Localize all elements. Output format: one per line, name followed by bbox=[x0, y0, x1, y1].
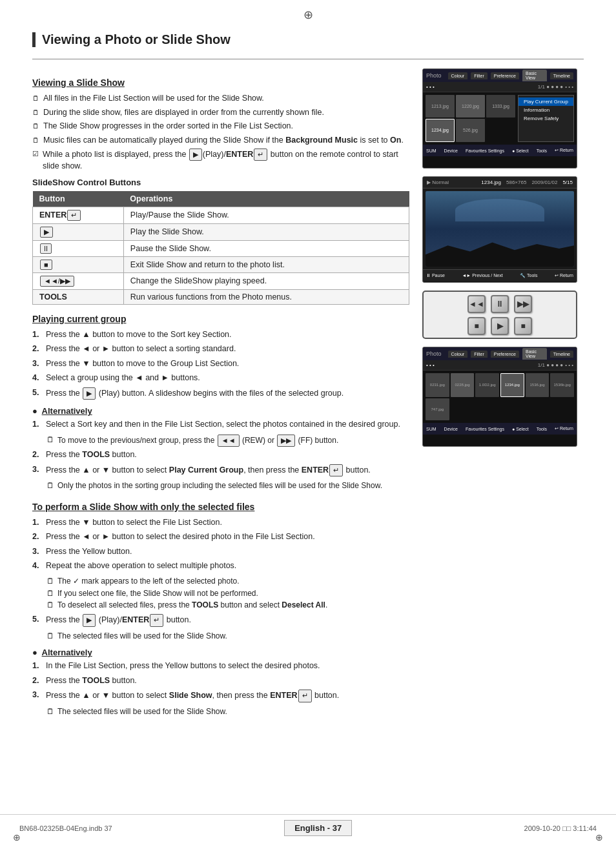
note-text: Music files can be automatically played … bbox=[43, 135, 404, 147]
note-text: The Slide Show progresses in the order s… bbox=[43, 121, 293, 132]
photo-thumb: 1213.jpg bbox=[426, 95, 455, 118]
table-row: ■ Exit Slide Show and return to the phot… bbox=[33, 256, 409, 272]
sc1-tab-filter: Filter bbox=[471, 72, 488, 79]
list-item: 2. Press the TOOLS button. bbox=[32, 675, 409, 687]
page: ⊕ Viewing a Photo or Slide Show Viewing … bbox=[0, 0, 616, 849]
sc2-date: 2009/01/02 bbox=[531, 179, 557, 185]
play-btn[interactable]: ▶ bbox=[491, 317, 509, 335]
list-item: 1. Select a Sort key and then in the Fil… bbox=[32, 419, 409, 431]
list-item: 5. Press the ▶ (Play) button. A slidesho… bbox=[32, 387, 409, 400]
table-cell-button: ◄◄/▶▶ bbox=[33, 272, 124, 289]
note-text: While a photo list is displayed, press t… bbox=[43, 148, 409, 172]
sub-note-2: 🗒 Only the photos in the sorting group i… bbox=[46, 480, 409, 491]
sc2-footer: ⏸ Pause ◄► Previous / Next 🔧 Tools ↩ Ret… bbox=[423, 269, 577, 281]
photo-thumb: 1536.jpg bbox=[526, 373, 549, 397]
table-cell-operation: Exit Slide Show and return to the photo … bbox=[123, 256, 409, 272]
sc2-footer-nav: ◄► Previous / Next bbox=[462, 273, 502, 278]
sub-note-3: 🗒 The ✓ mark appears to the left of the … bbox=[46, 576, 409, 587]
sc3-footer-device: Device bbox=[444, 427, 458, 431]
list-item: ☑ While a photo list is displayed, press… bbox=[32, 148, 409, 172]
alt-steps-2: 1. In the File List Section, press the Y… bbox=[32, 660, 409, 702]
sc2-footer-tools: 🔧 Tools bbox=[520, 273, 537, 278]
photo-thumb: 526.jpg bbox=[456, 119, 485, 143]
section-title: Viewing a Photo or Slide Show bbox=[32, 32, 584, 47]
left-column: Viewing a Slide Show 🗒 All files in the … bbox=[32, 68, 409, 717]
photo-thumb-selected: 1234.jpg bbox=[500, 373, 524, 397]
sc3-footer-select: ● Select bbox=[512, 427, 529, 431]
sc1-menu-info: Information bbox=[518, 106, 573, 114]
note-text: During the slide show, files are display… bbox=[43, 107, 324, 119]
sub-note-5: 🗒 To deselect all selected files, press … bbox=[46, 600, 409, 611]
note-icon: 🗒 bbox=[46, 600, 54, 611]
photo-thumb-selected: 1234.jpg bbox=[426, 119, 455, 143]
rewind-btn[interactable]: ◄◄ bbox=[467, 295, 486, 313]
sub-note-4: 🗒 If you select one file, the Slide Show… bbox=[46, 588, 409, 599]
table-cell-operation: Play the Slide Show. bbox=[123, 223, 409, 240]
extra-btn[interactable]: ■ bbox=[514, 317, 532, 335]
sc1-footer-select: ● Select bbox=[512, 148, 529, 153]
note-icon: 🗒 bbox=[32, 136, 39, 145]
stop-btn[interactable]: ■ bbox=[467, 317, 486, 335]
photo-thumb: 0228.jpg bbox=[451, 373, 475, 397]
alt-steps-list-2: 2. Press the TOOLS button. 3. Press the … bbox=[32, 449, 409, 476]
right-column: Photo Colour Filter Preference Basic Vie… bbox=[422, 68, 584, 717]
table-row: ENTER↵ Play/Pause the Slide Show. bbox=[33, 207, 409, 223]
list-item: 4. Repeat the above operation to select … bbox=[32, 560, 409, 572]
table-row: TOOLS Run various functions from the Pho… bbox=[33, 289, 409, 304]
crosshair-bottom-right-icon: ⊕ bbox=[595, 832, 603, 843]
sc1-context-menu: Play Current Group Information Remove Sa… bbox=[518, 95, 574, 142]
table-row: ▶ Play the Slide Show. bbox=[33, 223, 409, 240]
sc3-tab-filter: Filter bbox=[471, 351, 488, 358]
sc1-count: 1/1 ● ● ● ● bbox=[538, 84, 563, 90]
sc3-dots: • • • bbox=[426, 362, 435, 368]
pause-btn[interactable]: II bbox=[491, 295, 509, 313]
sc3-footer-return: ↩ Return bbox=[555, 426, 573, 431]
table-cell-button: ■ bbox=[33, 256, 124, 272]
screenshot-3: Photo Colour Filter Preference Basic Vie… bbox=[422, 347, 577, 447]
sc2-filename: 1234.jpg bbox=[481, 179, 501, 185]
footer-left: BN68-02325B-04Eng.indb 37 bbox=[19, 824, 112, 832]
sc1-menu-play: Play Current Group bbox=[518, 97, 573, 106]
selected-files-steps: 1. Press the ▼ button to select the File… bbox=[32, 517, 409, 572]
sc3-tab-preference: Preference bbox=[491, 351, 519, 358]
sc3-dots2: • • • bbox=[565, 362, 573, 368]
playing-current-group-heading: Playing current group bbox=[32, 314, 409, 324]
note-icon: 🗒 bbox=[46, 631, 54, 642]
table-cell-operation: Pause the Slide Show. bbox=[123, 240, 409, 256]
fastforward-btn[interactable]: ▶▶ bbox=[514, 295, 532, 313]
photo-thumb: 0231.jpg bbox=[426, 373, 449, 397]
sc1-tab-timeline: Timeline bbox=[550, 72, 573, 79]
table-cell-button: ENTER↵ bbox=[33, 207, 124, 223]
sub-note: 🗒 To move to the previous/next group, pr… bbox=[46, 435, 409, 447]
sc2-body bbox=[423, 189, 577, 269]
selected-files-step5: 5. Press the ▶ (Play)/ENTER↵ button. bbox=[32, 614, 409, 626]
screenshot-1: Photo Colour Filter Preference Basic Vie… bbox=[422, 68, 577, 169]
sc3-count: 1/1 ● ● ● ● bbox=[538, 362, 563, 368]
list-item: 1. In the File List Section, press the Y… bbox=[32, 660, 409, 672]
sc1-footer-return: ↩ Return bbox=[555, 148, 573, 153]
sc2-footer-pause: ⏸ Pause bbox=[426, 273, 445, 278]
table-cell-button: ▶ bbox=[33, 223, 124, 240]
sc2-page: 5/15 bbox=[562, 179, 573, 185]
sc1-dots: • • • bbox=[426, 84, 435, 90]
note-icon: 🗒 bbox=[46, 480, 54, 491]
sc1-tab-basicview: Basic View bbox=[522, 70, 547, 81]
photo-thumb: 1333.jpg bbox=[486, 95, 515, 118]
note-icon: 🗒 bbox=[32, 121, 39, 131]
list-item: 2. Press the ◄ or ► button to select a s… bbox=[32, 343, 409, 355]
table-header-operations: Operations bbox=[123, 191, 409, 207]
table-cell-operation: Run various functions from the Photo men… bbox=[123, 289, 409, 304]
sc1-tab-colour: Colour bbox=[448, 72, 468, 79]
list-item: 🗒 The Slide Show progresses in the order… bbox=[32, 121, 409, 132]
note-icon: 🗒 bbox=[32, 94, 39, 103]
list-item: 🗒 During the slide show, files are displ… bbox=[32, 107, 409, 119]
alternatively-bullet: ● Alternatively bbox=[32, 406, 409, 416]
sc1-header: Photo Colour Filter Preference Basic Vie… bbox=[423, 69, 577, 82]
table-cell-operation: Play/Pause the Slide Show. bbox=[123, 207, 409, 223]
note-icon: 🗒 bbox=[46, 706, 54, 717]
list-item: 4. Select a group using the ◄ and ► butt… bbox=[32, 373, 409, 384]
control-table: Button Operations ENTER↵ Play/Pause the … bbox=[32, 191, 409, 305]
sc1-menu-remove: Remove Safely bbox=[518, 114, 573, 123]
sc2-image bbox=[426, 191, 574, 267]
photo-thumb: 747.jpg bbox=[426, 398, 449, 421]
